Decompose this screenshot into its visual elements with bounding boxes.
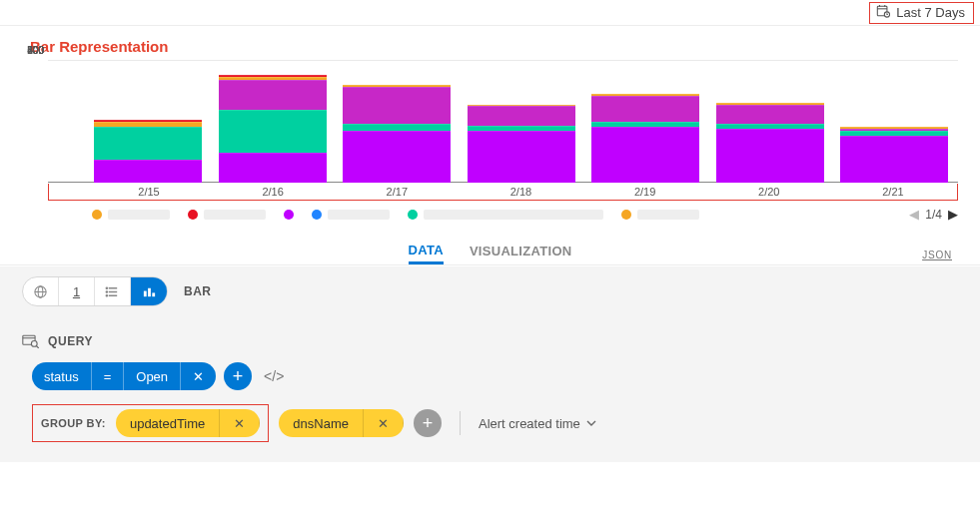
group-by-field: updatedTime <box>116 409 220 437</box>
svg-point-4 <box>106 287 107 288</box>
chart-plot: 0100200300400500600700 <box>48 61 958 183</box>
legend-dot-red <box>188 210 198 220</box>
query-icon <box>22 334 40 348</box>
query-header: QUERY <box>22 334 958 348</box>
bar-segment <box>94 127 202 160</box>
filter-field: status <box>32 362 92 390</box>
legend-label-placeholder <box>204 210 266 220</box>
bar-segment <box>468 131 575 183</box>
bar-stack[interactable] <box>219 75 327 183</box>
bar-segment <box>343 131 451 183</box>
chart-panel: Bar Representation 010020030040050060070… <box>0 26 980 222</box>
add-group-by-button[interactable]: + <box>414 409 442 437</box>
bar-segment <box>591 127 699 183</box>
x-tick: 2/19 <box>591 186 699 198</box>
bar-segment <box>343 87 451 124</box>
bar-segment <box>840 136 948 183</box>
alert-time-label: Alert created time <box>479 416 580 431</box>
alert-time-selector[interactable]: Alert created time <box>479 416 596 431</box>
y-tick: 700 <box>22 45 44 56</box>
x-tick: 2/20 <box>715 186 823 198</box>
svg-point-11 <box>31 341 37 347</box>
code-icon[interactable]: </> <box>264 368 284 384</box>
svg-point-5 <box>106 290 107 291</box>
x-tick: 2/17 <box>343 186 451 198</box>
legend-label-placeholder <box>328 210 390 220</box>
tab-visualization[interactable]: VISUALIZATION <box>470 244 572 264</box>
legend-dot-purple <box>284 210 294 220</box>
group-by-label: GROUP BY: <box>41 417 106 429</box>
x-tick: 2/16 <box>219 186 327 198</box>
calendar-icon <box>876 4 890 21</box>
chevron-down-icon <box>586 418 596 428</box>
svg-rect-9 <box>152 292 155 296</box>
legend: ◀ 1/4 ▶ <box>22 207 958 222</box>
bar-stack[interactable] <box>94 120 202 183</box>
bar-segment <box>219 110 327 154</box>
data-section: 1 BAR QUERY status = Open ✕ + </> <box>0 265 980 462</box>
bar-segment <box>219 80 327 110</box>
filter-pill-status[interactable]: status = Open ✕ <box>32 362 216 390</box>
bar-chart-icon[interactable] <box>131 277 167 305</box>
legend-page-indicator: 1/4 <box>925 208 942 222</box>
group-by-remove-icon[interactable]: ✕ <box>220 409 260 437</box>
chart-title: Bar Representation <box>30 38 958 55</box>
separator <box>460 411 461 435</box>
bar-stack[interactable] <box>343 85 451 183</box>
time-range-label: Last 7 Days <box>896 5 965 20</box>
add-filter-button[interactable]: + <box>224 362 252 390</box>
bar-stack[interactable] <box>468 105 575 183</box>
svg-rect-8 <box>148 287 151 295</box>
view-toolbar: 1 BAR <box>22 276 958 306</box>
legend-label-placeholder <box>108 210 170 220</box>
query-label: QUERY <box>48 334 93 348</box>
legend-pager: ◀ 1/4 ▶ <box>909 207 958 222</box>
bar-segment <box>716 129 824 183</box>
group-by-pill-updatedtime[interactable]: updatedTime ✕ <box>116 409 260 437</box>
tabs: DATA VISUALIZATION JSON <box>0 238 980 265</box>
bar-stack[interactable] <box>591 94 699 183</box>
svg-point-6 <box>106 294 107 295</box>
bar-segment <box>219 153 327 183</box>
bar-stack[interactable] <box>840 127 948 183</box>
x-tick: 2/15 <box>95 186 203 198</box>
filter-op: = <box>92 362 125 390</box>
group-by-row: GROUP BY: updatedTime ✕ dnsName ✕ + Aler… <box>22 404 958 442</box>
x-tick: 2/21 <box>839 186 947 198</box>
filter-row: status = Open ✕ + </> <box>22 362 958 390</box>
top-bar: Last 7 Days <box>0 0 980 26</box>
group-by-pill-dnsname[interactable]: dnsName ✕ <box>279 409 404 437</box>
group-by-field-2: dnsName <box>279 409 364 437</box>
x-tick: 2/18 <box>467 186 574 198</box>
bar-segment <box>94 160 202 183</box>
tab-data[interactable]: DATA <box>409 243 444 264</box>
bar-stack[interactable] <box>716 103 824 183</box>
record-count[interactable]: 1 <box>59 277 95 305</box>
svg-rect-7 <box>143 290 146 296</box>
filter-value: Open <box>124 362 181 390</box>
group-by-primary-box: GROUP BY: updatedTime ✕ <box>32 404 269 442</box>
bar-segment <box>591 96 699 122</box>
view-mode-label: BAR <box>184 284 212 298</box>
group-by-remove-icon-2[interactable]: ✕ <box>364 409 404 437</box>
x-axis-labels: 2/152/162/172/182/192/202/21 <box>95 186 947 200</box>
legend-label-placeholder <box>424 210 603 220</box>
time-range-selector[interactable]: Last 7 Days <box>869 2 974 24</box>
legend-dot-orange <box>92 210 102 220</box>
bar-segment <box>468 106 575 125</box>
bar-segment <box>716 105 824 124</box>
legend-label-placeholder <box>637 210 699 220</box>
filter-remove-icon[interactable]: ✕ <box>181 362 216 390</box>
json-toggle[interactable]: JSON <box>922 250 952 260</box>
legend-prev[interactable]: ◀ <box>909 207 919 222</box>
globe-icon[interactable] <box>23 277 59 305</box>
legend-dot-teal <box>408 210 418 220</box>
legend-dot-orange-2 <box>621 210 631 220</box>
bar-segment <box>343 124 451 131</box>
list-icon[interactable] <box>95 277 131 305</box>
legend-dot-blue <box>312 210 322 220</box>
legend-next[interactable]: ▶ <box>948 207 958 222</box>
